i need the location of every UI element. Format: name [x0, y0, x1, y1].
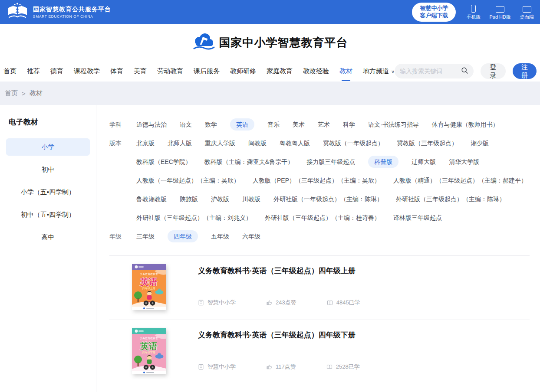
nav-item-4[interactable]: 课程教学 — [74, 67, 100, 75]
nav-item-8[interactable]: 课后服务 — [194, 67, 220, 75]
nav-item-5[interactable]: 体育 — [110, 67, 123, 75]
nav-item-2[interactable]: 推荐 — [27, 67, 40, 75]
filter-edition-label: 版本 — [109, 137, 128, 230]
filter-option[interactable]: 粤教粤人版 — [280, 137, 310, 150]
filter-option[interactable]: 北师大版 — [168, 137, 192, 150]
nav-item-3[interactable]: 德育 — [50, 67, 63, 75]
meta-learned: 4845已学 — [327, 299, 360, 307]
site-title: 国家中小学智慧教育平台 — [219, 35, 348, 50]
filter-option[interactable]: 湘少版 — [471, 137, 489, 150]
doc-icon — [198, 300, 204, 306]
filter-option[interactable]: 冀教版（一年级起点） — [323, 137, 384, 150]
filter-option[interactable]: 鲁教湘教版 — [136, 193, 167, 206]
textbook-title[interactable]: 义务教育教科书·英语（三年级起点）四年级下册 — [198, 330, 360, 340]
main-navigation: 首页推荐德育课程教学体育美育劳动教育课后服务教师研修家庭教育教改经验教材地方频道… — [0, 61, 540, 82]
filter-option[interactable]: 清华大学版 — [449, 155, 479, 168]
filter-option[interactable]: 北京版 — [136, 137, 155, 150]
app-label: 手机版 — [466, 14, 481, 20]
sidebar-item-1[interactable]: 小学 — [6, 138, 90, 156]
filter-option[interactable]: 重庆大学版 — [205, 137, 235, 150]
breadcrumb: 首页 > 教材 — [0, 82, 540, 105]
search-input[interactable] — [400, 68, 458, 75]
filter-option[interactable]: 道德与法治 — [136, 118, 167, 131]
sidebar-item-4[interactable]: 初中（五•四学制） — [6, 206, 90, 223]
list-divider — [109, 384, 530, 385]
download-line1: 智慧中小学 — [420, 5, 448, 12]
nav-item-12[interactable]: 教材 — [339, 67, 352, 75]
filter-option[interactable]: 数学 — [205, 118, 217, 131]
textbook-cover[interactable]: 义务教育教科书 英语 四年级下册 — [132, 328, 166, 374]
filter-option[interactable]: 艺术 — [318, 118, 330, 131]
filter-option[interactable]: 美术 — [293, 118, 305, 131]
filter-option[interactable]: 外研社版（三年级起点）（主编：陈琳） — [396, 193, 505, 206]
nav-item-6[interactable]: 美育 — [134, 67, 147, 75]
filter-option[interactable]: 译林版三年级起点 — [393, 211, 442, 224]
tablet-icon — [496, 4, 504, 13]
textbook-row-1: 义务教育教科书 英语 四年级上册 义务教育教科书·英语（三年级起点）四年级上册智… — [109, 255, 530, 320]
filter-option[interactable]: 沪教版 — [211, 193, 229, 206]
nav-item-1[interactable]: 首页 — [3, 67, 16, 75]
nav-item-11[interactable]: 教改经验 — [303, 67, 329, 75]
download-line2: 客户端下载 — [420, 12, 448, 20]
nav-item-9[interactable]: 教师研修 — [230, 67, 256, 75]
filter-option[interactable]: 科学 — [343, 118, 355, 131]
filter-option[interactable]: 闽教版 — [248, 137, 267, 150]
app-label: Pad HD版 — [489, 14, 511, 20]
textbook-meta: 智慧中小学243点赞4845已学 — [198, 299, 360, 307]
meta-source-text: 智慧中小学 — [207, 363, 236, 371]
meta-likes-text: 243点赞 — [276, 299, 296, 307]
filter-option[interactable]: 辽师大版 — [412, 155, 436, 168]
app-link-tablet[interactable]: Pad HD版 — [489, 4, 511, 20]
svg-text:义务教育教科书: 义务教育教科书 — [140, 272, 158, 276]
filter-option[interactable]: 接力版三年级起点 — [306, 155, 355, 168]
textbook-title[interactable]: 义务教育教科书·英语（三年级起点）四年级上册 — [198, 266, 360, 276]
filter-option[interactable]: 外研社版（一年级起点）（主编：陈琳） — [273, 193, 383, 206]
sidebar-item-3[interactable]: 小学（五•四学制） — [6, 183, 90, 201]
filter-option[interactable]: 五年级 — [211, 230, 229, 243]
book-icon — [327, 300, 333, 306]
filter-option[interactable]: 英语 — [230, 118, 254, 131]
filter-option[interactable]: 人教版（一年级起点）（主编：吴欣） — [136, 174, 240, 187]
filter-option[interactable]: 语文 — [180, 118, 192, 131]
app-link-phone[interactable]: 手机版 — [466, 4, 481, 20]
filter-subject: 学科 道德与法治语文数学英语音乐美术艺术科学语文·书法练习指导体育与健康（教师用… — [109, 118, 530, 137]
filter-option[interactable]: 音乐 — [267, 118, 280, 131]
filter-option[interactable]: 陕旅版 — [180, 193, 198, 206]
login-button[interactable]: 登录 — [481, 63, 505, 79]
client-download-button[interactable]: 智慧中小学 客户端下载 — [412, 3, 456, 22]
filter-option[interactable]: 四年级 — [168, 230, 198, 242]
filter-option[interactable]: 人教版（PEP）（三年级起点）（主编：吴欣） — [253, 174, 380, 187]
filter-option[interactable]: 教科版（EEC学院） — [136, 155, 191, 168]
filter-option[interactable]: 外研社版（三年级起点）（主编：刘兆义） — [136, 211, 252, 224]
filter-option[interactable]: 冀教版（三年级起点） — [397, 137, 458, 150]
svg-text:四年级下册: 四年级下册 — [142, 351, 155, 354]
search-box[interactable] — [395, 64, 474, 78]
filter-option[interactable]: 人教版（精通）（三年级起点）（主编：郝建平） — [393, 174, 527, 187]
svg-text:英语: 英语 — [140, 341, 158, 351]
filter-option[interactable]: 六年级 — [242, 230, 260, 243]
search-icon[interactable] — [461, 67, 468, 76]
filter-option[interactable]: 语文·书法练习指导 — [368, 118, 419, 131]
register-button[interactable]: 注册 — [513, 63, 537, 79]
sidebar: 电子教材 小学初中小学（五•四学制）初中（五•四学制）高中 — [0, 105, 96, 392]
brand-title: 国家智慧教育公共服务平台 — [33, 6, 111, 13]
meta-learned-text: 4845已学 — [336, 299, 360, 307]
sidebar-item-5[interactable]: 高中 — [6, 229, 90, 246]
app-link-desktop[interactable]: 桌面端 — [520, 4, 534, 20]
filter-subject-label: 学科 — [109, 118, 128, 137]
filter-option[interactable]: 三年级 — [136, 230, 155, 243]
filter-option[interactable]: 教科版（主编：龚亚夫&鲁宗干） — [204, 155, 293, 168]
filter-option[interactable]: 科普版 — [368, 156, 398, 168]
textbook-cover[interactable]: 义务教育教科书 英语 四年级上册 — [132, 264, 166, 310]
filter-option[interactable]: 川教版 — [242, 193, 260, 206]
nav-item-13[interactable]: 地方频道∨ — [363, 67, 395, 75]
breadcrumb-home[interactable]: 首页 — [5, 89, 18, 98]
svg-text:英语: 英语 — [140, 277, 158, 287]
breadcrumb-current: 教材 — [30, 89, 43, 98]
nav-item-10[interactable]: 家庭教育 — [267, 67, 293, 75]
nav-item-7[interactable]: 劳动教育 — [157, 67, 183, 75]
sidebar-item-2[interactable]: 初中 — [6, 161, 90, 178]
filter-option[interactable]: 体育与健康（教师用书） — [432, 118, 499, 131]
filter-option[interactable]: 外研社版（三年级起点）（主编：桂诗春） — [265, 211, 380, 224]
meta-learned-text: 2528已学 — [336, 363, 360, 371]
